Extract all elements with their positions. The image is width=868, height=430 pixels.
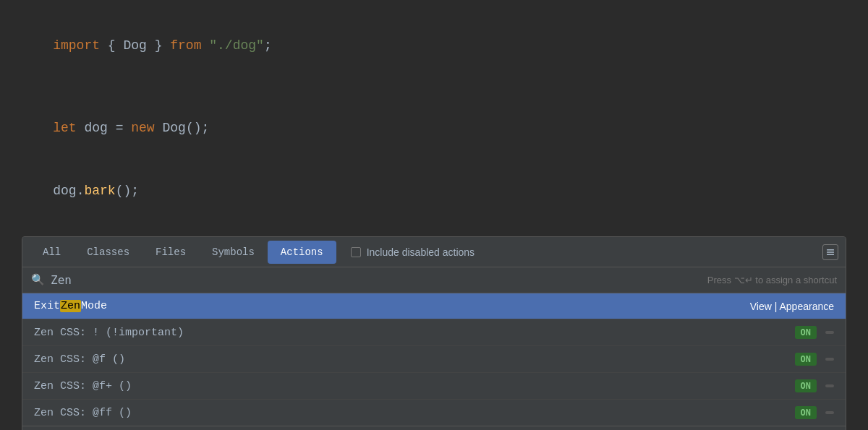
search-input-wrapper — [51, 273, 702, 287]
include-disabled-checkbox[interactable] — [351, 247, 361, 257]
result-item-zen-css-fplus[interactable]: Zen CSS: @f+ () ON — [22, 373, 846, 400]
status-bar: Press ⌥↑ or ⌥↓ to navigate through the s… — [22, 426, 846, 430]
result-right-2: ON — [795, 326, 834, 339]
on-badge-grey-3 — [825, 358, 834, 361]
code-line-4: dog.bark(); — [22, 160, 846, 222]
tabs-row: All Classes Files Symbols Actions Includ… — [22, 237, 846, 267]
on-badge-grey-2 — [825, 331, 834, 334]
result-left-4: Zen CSS: @f+ () — [34, 380, 132, 392]
code-line-3: let dog = new Dog(); — [22, 97, 846, 159]
result-left-1: Exit Zen Mode — [34, 300, 107, 312]
include-disabled-container: Include disabled actions — [351, 246, 475, 258]
keyword-new: new — [123, 121, 162, 135]
result-left-3: Zen CSS: @f () — [34, 353, 125, 366]
tab-symbols[interactable]: Symbols — [199, 241, 268, 264]
keyword-import: import — [53, 38, 100, 53]
on-badge-4: ON — [795, 379, 817, 392]
method-bark: bark — [84, 184, 115, 198]
code-line-2 — [22, 77, 846, 97]
shortcut-hint: Press ⌥↵ to assign a shortcut — [707, 275, 837, 285]
result-left-2: Zen CSS: ! (!important) — [34, 327, 184, 339]
keyword-let: let — [53, 121, 76, 135]
on-badge-5: ON — [795, 406, 817, 419]
on-badge-grey-5 — [825, 411, 834, 414]
svg-rect-0 — [827, 249, 834, 251]
search-input[interactable] — [51, 273, 702, 287]
result-right-4: ON — [795, 379, 834, 392]
result-item-exit-zen-mode[interactable]: Exit Zen Mode View | Appearance — [22, 293, 846, 319]
result-right-3: ON — [795, 353, 834, 366]
tab-classes[interactable]: Classes — [74, 241, 142, 264]
search-popup: All Classes Files Symbols Actions Includ… — [22, 236, 846, 430]
tab-all[interactable]: All — [30, 241, 74, 264]
svg-rect-1 — [827, 251, 834, 253]
on-badge-3: ON — [795, 353, 817, 366]
keyword-from: from — [170, 38, 201, 53]
svg-rect-2 — [827, 254, 834, 255]
tab-actions[interactable]: Actions — [268, 241, 336, 264]
settings-icon[interactable] — [822, 244, 838, 260]
on-badge-2: ON — [795, 326, 817, 339]
results-list: Exit Zen Mode View | Appearance Zen CSS:… — [22, 293, 846, 426]
result-item-zen-css-ff[interactable]: Zen CSS: @ff () ON — [22, 400, 846, 426]
result-right-1: View | Appearance — [750, 301, 834, 312]
result-highlight-1: Zen — [60, 300, 81, 312]
code-line-1: import { Dog } from "./dog"; — [22, 14, 846, 77]
result-item-zen-css-f[interactable]: Zen CSS: @f () ON — [22, 346, 846, 373]
result-right-5: ON — [795, 406, 834, 419]
result-item-zen-css-important[interactable]: Zen CSS: ! (!important) ON — [22, 319, 846, 346]
code-editor: import { Dog } from "./dog"; let dog = n… — [0, 0, 868, 229]
result-left-5: Zen CSS: @ff () — [34, 407, 132, 419]
on-badge-grey-4 — [825, 384, 834, 387]
tab-files[interactable]: Files — [142, 241, 199, 264]
search-icon: 🔍 — [31, 273, 45, 287]
include-disabled-label: Include disabled actions — [367, 246, 475, 258]
search-row: 🔍 Press ⌥↵ to assign a shortcut — [22, 267, 846, 293]
